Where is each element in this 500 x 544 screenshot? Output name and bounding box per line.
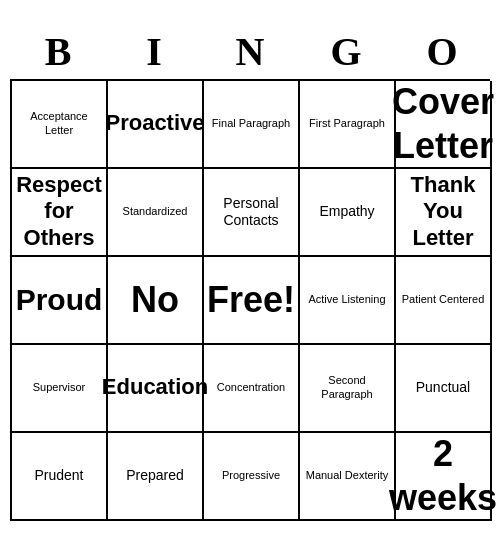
bingo-grid: Acceptance LetterProactiveFinal Paragrap… bbox=[10, 79, 490, 521]
cell-text-24: 2 weeks bbox=[389, 432, 497, 518]
bingo-cell-22: Progressive bbox=[204, 433, 300, 521]
letter-g: G bbox=[302, 28, 390, 75]
cell-text-5: Respect for Others bbox=[16, 172, 102, 251]
cell-text-16: Education bbox=[102, 374, 208, 400]
letter-b: B bbox=[14, 28, 102, 75]
cell-text-20: Prudent bbox=[34, 467, 83, 484]
cell-text-14: Patient Centered bbox=[402, 293, 485, 306]
cell-text-1: Proactive bbox=[105, 110, 204, 136]
letter-i: I bbox=[110, 28, 198, 75]
bingo-cell-14: Patient Centered bbox=[396, 257, 492, 345]
bingo-cell-12: Free! bbox=[204, 257, 300, 345]
bingo-cell-5: Respect for Others bbox=[12, 169, 108, 257]
bingo-header: B I N G O bbox=[10, 24, 490, 79]
cell-text-12: Free! bbox=[207, 278, 295, 321]
bingo-cell-15: Supervisor bbox=[12, 345, 108, 433]
bingo-cell-3: First Paragraph bbox=[300, 81, 396, 169]
bingo-cell-1: Proactive bbox=[108, 81, 204, 169]
cell-text-6: Standardized bbox=[123, 205, 188, 218]
cell-text-23: Manual Dexterity bbox=[306, 469, 389, 482]
bingo-cell-21: Prepared bbox=[108, 433, 204, 521]
bingo-cell-19: Punctual bbox=[396, 345, 492, 433]
cell-text-18: Second Paragraph bbox=[304, 374, 390, 400]
cell-text-17: Concentration bbox=[217, 381, 286, 394]
cell-text-19: Punctual bbox=[416, 379, 470, 396]
bingo-cell-0: Acceptance Letter bbox=[12, 81, 108, 169]
cell-text-11: No bbox=[131, 278, 179, 321]
cell-text-10: Proud bbox=[16, 282, 103, 318]
bingo-cell-13: Active Listening bbox=[300, 257, 396, 345]
bingo-cell-23: Manual Dexterity bbox=[300, 433, 396, 521]
cell-text-0: Acceptance Letter bbox=[16, 110, 102, 136]
bingo-cell-18: Second Paragraph bbox=[300, 345, 396, 433]
bingo-cell-9: Thank You Letter bbox=[396, 169, 492, 257]
cell-text-4: Cover Letter bbox=[392, 80, 494, 166]
cell-text-22: Progressive bbox=[222, 469, 280, 482]
cell-text-9: Thank You Letter bbox=[400, 172, 486, 251]
letter-n: N bbox=[206, 28, 294, 75]
cell-text-3: First Paragraph bbox=[309, 117, 385, 130]
bingo-card: B I N G O Acceptance LetterProactiveFina… bbox=[10, 24, 490, 521]
letter-o: O bbox=[398, 28, 486, 75]
cell-text-15: Supervisor bbox=[33, 381, 86, 394]
bingo-cell-2: Final Paragraph bbox=[204, 81, 300, 169]
bingo-cell-8: Empathy bbox=[300, 169, 396, 257]
cell-text-21: Prepared bbox=[126, 467, 184, 484]
bingo-cell-6: Standardized bbox=[108, 169, 204, 257]
bingo-cell-4: Cover Letter bbox=[396, 81, 492, 169]
bingo-cell-10: Proud bbox=[12, 257, 108, 345]
bingo-cell-7: Personal Contacts bbox=[204, 169, 300, 257]
bingo-cell-17: Concentration bbox=[204, 345, 300, 433]
cell-text-2: Final Paragraph bbox=[212, 117, 290, 130]
bingo-cell-24: 2 weeks bbox=[396, 433, 492, 521]
cell-text-7: Personal Contacts bbox=[208, 195, 294, 229]
bingo-cell-11: No bbox=[108, 257, 204, 345]
cell-text-13: Active Listening bbox=[308, 293, 385, 306]
bingo-cell-16: Education bbox=[108, 345, 204, 433]
cell-text-8: Empathy bbox=[319, 203, 374, 220]
bingo-cell-20: Prudent bbox=[12, 433, 108, 521]
